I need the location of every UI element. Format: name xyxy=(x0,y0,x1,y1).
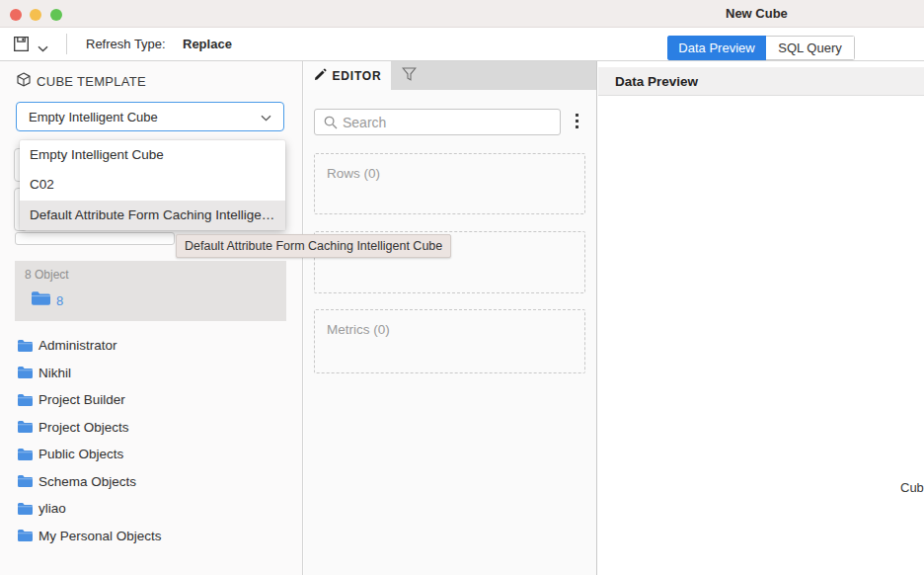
folder-item-label: Public Objects xyxy=(38,447,123,461)
template-select[interactable]: Empty Intelligent Cube xyxy=(16,102,284,131)
folder-icon xyxy=(17,420,34,434)
toolbar-separator xyxy=(66,34,67,54)
template-dropdown-menu: Empty Intelligent CubeC02Default Attribu… xyxy=(20,140,285,230)
folder-item[interactable]: Administrator xyxy=(0,332,303,360)
editor-panel: EDITOR Rows xyxy=(304,61,597,575)
folder-list: AdministratorNikhilProject BuilderProjec… xyxy=(0,332,303,549)
refresh-type-value[interactable]: Replace xyxy=(183,28,232,60)
folder-item[interactable]: Nikhil xyxy=(0,360,303,387)
folder-item-label: My Personal Objects xyxy=(38,529,162,543)
dropdown-option[interactable]: Empty Intelligent Cube xyxy=(20,140,285,170)
app-window: New Cube Refresh Type: Replace Data Pr xyxy=(0,0,924,575)
drop-zone[interactable]: Rows (0) xyxy=(314,153,585,214)
clipped-message-text: Cub xyxy=(900,480,924,495)
tab-data-preview[interactable]: Data Preview xyxy=(667,36,766,60)
folder-icon xyxy=(17,448,34,461)
folder-item[interactable]: yliao xyxy=(0,495,303,523)
drop-zone-label: Metrics (0) xyxy=(315,310,584,337)
cube-template-panel: CUBE TEMPLATE Empty Intelligent Cube 8 O… xyxy=(0,61,303,575)
folder-item-label: Nikhil xyxy=(38,366,71,380)
drop-zone[interactable]: Metrics (0) xyxy=(314,309,585,373)
tab-sql-query[interactable]: SQL Query xyxy=(766,36,855,60)
folder-icon xyxy=(17,393,34,407)
folder-item[interactable]: Public Objects xyxy=(0,441,303,468)
titlebar: New Cube xyxy=(0,0,924,28)
folder-item-label: yliao xyxy=(38,501,66,516)
selected-object-label: 8 xyxy=(56,293,63,308)
folder-item-label: Schema Objects xyxy=(38,474,136,489)
folder-icon xyxy=(17,366,34,379)
dropdown-option[interactable]: C02 xyxy=(20,170,285,200)
selected-object-row[interactable]: 8 xyxy=(31,290,63,310)
dropdown-option[interactable]: Default Attribute Form Caching Intellige… xyxy=(20,201,285,230)
save-icon xyxy=(13,41,30,55)
obscured-panel-element xyxy=(15,232,175,245)
window-title: New Cube xyxy=(726,0,788,28)
cube-template-label: CUBE TEMPLATE xyxy=(37,74,146,89)
folder-item-label: Project Objects xyxy=(38,420,129,435)
folder-item-label: Administrator xyxy=(38,338,117,353)
data-preview-header: Data Preview xyxy=(598,67,924,96)
template-tooltip: Default Attribute Form Caching Intellige… xyxy=(176,234,451,258)
folder-icon xyxy=(17,502,34,516)
refresh-type-label: Refresh Type: xyxy=(86,28,166,60)
folder-item[interactable]: Project Builder xyxy=(0,386,303,414)
folder-icon xyxy=(17,529,34,542)
folder-item[interactable]: Project Objects xyxy=(0,414,303,442)
cube-template-header: CUBE TEMPLATE xyxy=(17,72,146,90)
close-window-button[interactable] xyxy=(10,9,22,21)
save-button[interactable] xyxy=(12,36,30,53)
object-count-label: 8 Object xyxy=(25,268,69,282)
view-switcher: Data Preview SQL Query xyxy=(667,36,855,60)
chevron-down-icon xyxy=(261,108,271,125)
folder-item[interactable]: My Personal Objects xyxy=(0,523,303,550)
cube-icon xyxy=(17,72,31,91)
toolbar: Refresh Type: Replace Data Preview SQL Q… xyxy=(0,28,924,61)
folder-item[interactable]: Schema Objects xyxy=(0,468,303,496)
drop-zone-label: Rows (0) xyxy=(315,154,584,181)
drop-zones: Rows (0)Metrics (0) xyxy=(304,61,596,575)
folder-item-label: Project Builder xyxy=(38,392,125,407)
zoom-window-button[interactable] xyxy=(50,9,62,21)
chevron-down-icon xyxy=(38,41,48,55)
folder-icon xyxy=(17,474,34,488)
template-select-value: Empty Intelligent Cube xyxy=(29,110,261,124)
selected-object-box[interactable]: 8 Object 8 xyxy=(15,261,286,321)
folder-icon xyxy=(17,339,34,353)
data-preview-title: Data Preview xyxy=(615,67,698,96)
data-preview-panel: Data Preview Cub xyxy=(598,61,924,575)
folder-icon xyxy=(31,290,51,310)
save-options-chevron[interactable] xyxy=(37,41,48,48)
minimize-window-button[interactable] xyxy=(30,9,41,21)
